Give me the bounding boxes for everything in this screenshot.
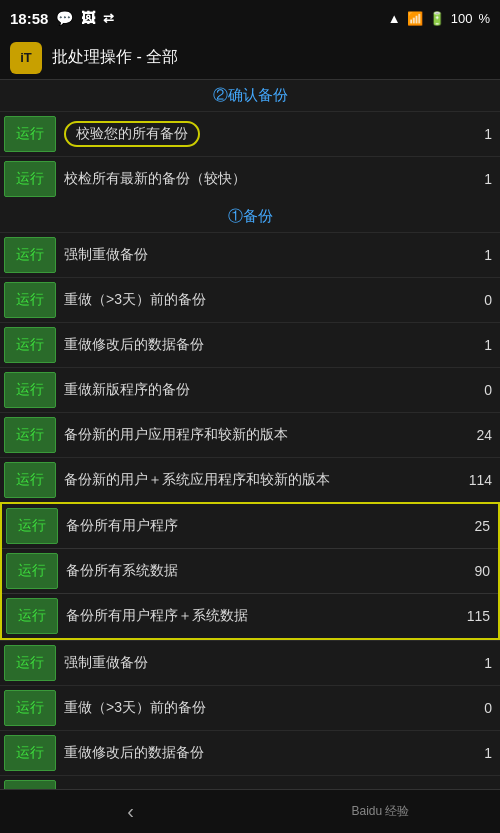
list-row-row-redo-3days: 运行重做（>3天）前的备份0: [0, 685, 500, 730]
row-text-row-backup-new-user-sys: 备份新的用户＋系统应用程序和较新的版本: [56, 470, 464, 490]
list-row-row-redo-new-version: 运行重做新版程序的备份0: [0, 367, 500, 412]
row-text-row-backup-all-sys: 备份所有系统数据: [58, 561, 462, 581]
bottom-navigation: ‹ Baidu 经验: [0, 789, 500, 833]
app-header: iT 批处理操作 - 全部: [0, 36, 500, 80]
list-row-row-redo-modified: 运行重做修改后的数据备份1: [0, 730, 500, 775]
section-header-backup: ①备份: [0, 201, 500, 232]
row-text-row-redo-modified: 重做修改后的数据备份: [56, 743, 464, 763]
battery-level: 100: [451, 11, 473, 26]
yellow-box-group: 运行备份所有用户程序25运行备份所有系统数据90运行备份所有用户程序＋系统数据1…: [0, 502, 500, 640]
row-text-row-force-redo-backup: 强制重做备份: [56, 245, 464, 265]
row-text-row-backup-new-user-apps: 备份新的用户应用程序和较新的版本: [56, 425, 464, 445]
run-button-row-backup-all-sys[interactable]: 运行: [6, 553, 58, 589]
status-bar: 18:58 💬 🖼 ⇄ ▲ 📶 🔋 100%: [0, 0, 500, 36]
run-button-row-redo-3days[interactable]: 运行: [4, 690, 56, 726]
signal-icon: 📶: [407, 11, 423, 26]
list-row-row-verify-all: 运行校验您的所有备份1: [0, 111, 500, 156]
row-text-row-redo-modified: 重做修改后的数据备份: [56, 335, 464, 355]
run-button-row-redo-modified[interactable]: 运行: [4, 735, 56, 771]
run-button-row-backup-new-user-sys[interactable]: 运行: [4, 462, 56, 498]
row-text-row-backup-all-user: 备份所有用户程序: [58, 516, 462, 536]
transfer-icon: ⇄: [103, 11, 114, 26]
row-count-row-redo-modified: 1: [464, 337, 500, 353]
row-text-row-redo-3days: 重做（>3天）前的备份: [56, 290, 464, 310]
run-button-row-backup-new-user-apps[interactable]: 运行: [4, 417, 56, 453]
run-button-row-force-redo-backup[interactable]: 运行: [4, 645, 56, 681]
row-count-row-verify-latest: 1: [464, 171, 500, 187]
section-header-confirm-backup: ②确认备份: [0, 80, 500, 111]
row-count-row-backup-new-user-sys: 114: [464, 472, 500, 488]
back-icon: ‹: [127, 800, 134, 823]
row-text-row-verify-latest: 校检所有最新的备份（较快）: [56, 169, 464, 189]
run-button-row-backup-all-user[interactable]: 运行: [6, 508, 58, 544]
list-row-row-redo-3days: 运行重做（>3天）前的备份0: [0, 277, 500, 322]
status-time-area: 18:58 💬 🖼 ⇄: [10, 10, 114, 27]
row-text-row-redo-3days: 重做（>3天）前的备份: [56, 698, 464, 718]
run-button-row-backup-all-user-sys[interactable]: 运行: [6, 598, 58, 634]
list-row-row-redo-new-version: 运行重做新版程序的备份0: [0, 775, 500, 789]
row-count-row-redo-modified: 1: [464, 745, 500, 761]
baidu-watermark: Baidu 经验: [351, 803, 409, 820]
status-system-icons: ▲ 📶 🔋 100%: [388, 11, 490, 26]
speech-icon: 💬: [56, 10, 73, 26]
row-count-row-backup-all-sys: 90: [462, 563, 498, 579]
row-count-row-force-redo-backup: 1: [464, 247, 500, 263]
list-row-row-backup-all-user-sys: 运行备份所有用户程序＋系统数据115: [2, 593, 498, 638]
list-row-row-force-redo-backup: 运行强制重做备份1: [0, 640, 500, 685]
row-count-row-verify-all: 1: [464, 126, 500, 142]
run-button-row-redo-modified[interactable]: 运行: [4, 327, 56, 363]
row-count-row-backup-all-user: 25: [462, 518, 498, 534]
list-row-row-backup-all-sys: 运行备份所有系统数据90: [2, 548, 498, 593]
list-row-row-verify-latest: 运行校检所有最新的备份（较快）1: [0, 156, 500, 201]
app-icon: iT: [10, 42, 42, 74]
row-text-row-backup-all-user-sys: 备份所有用户程序＋系统数据: [58, 606, 462, 626]
row-count-row-backup-new-user-apps: 24: [464, 427, 500, 443]
content-area: ②确认备份运行校验您的所有备份1运行校检所有最新的备份（较快）1①备份运行强制重…: [0, 80, 500, 789]
run-button-row-redo-new-version[interactable]: 运行: [4, 780, 56, 789]
oval-highlight: 校验您的所有备份: [64, 121, 200, 147]
row-count-row-redo-new-version: 0: [464, 382, 500, 398]
row-text-row-redo-new-version: 重做新版程序的备份: [56, 380, 464, 400]
row-text-row-force-redo-backup: 强制重做备份: [56, 653, 464, 673]
row-count-row-force-redo-backup: 1: [464, 655, 500, 671]
run-button-row-verify-latest[interactable]: 运行: [4, 161, 56, 197]
battery-icon: 🔋: [429, 11, 445, 26]
run-button-row-redo-new-version[interactable]: 运行: [4, 372, 56, 408]
run-button-row-verify-all[interactable]: 运行: [4, 116, 56, 152]
back-button[interactable]: ‹: [90, 790, 170, 834]
status-time: 18:58: [10, 10, 48, 27]
page-title: 批处理操作 - 全部: [52, 47, 178, 68]
row-count-row-redo-3days: 0: [464, 292, 500, 308]
run-button-row-force-redo-backup[interactable]: 运行: [4, 237, 56, 273]
row-text-row-verify-all: 校验您的所有备份: [56, 121, 464, 147]
list-row-row-backup-new-user-apps: 运行备份新的用户应用程序和较新的版本24: [0, 412, 500, 457]
row-count-row-redo-3days: 0: [464, 700, 500, 716]
list-row-row-force-redo-backup: 运行强制重做备份1: [0, 232, 500, 277]
wifi-icon: ▲: [388, 11, 401, 26]
image-icon: 🖼: [81, 10, 95, 26]
list-row-row-backup-new-user-sys: 运行备份新的用户＋系统应用程序和较新的版本114: [0, 457, 500, 502]
row-count-row-backup-all-user-sys: 115: [462, 608, 498, 624]
list-row-row-redo-modified: 运行重做修改后的数据备份1: [0, 322, 500, 367]
list-row-row-backup-all-user: 运行备份所有用户程序25: [2, 504, 498, 548]
run-button-row-redo-3days[interactable]: 运行: [4, 282, 56, 318]
